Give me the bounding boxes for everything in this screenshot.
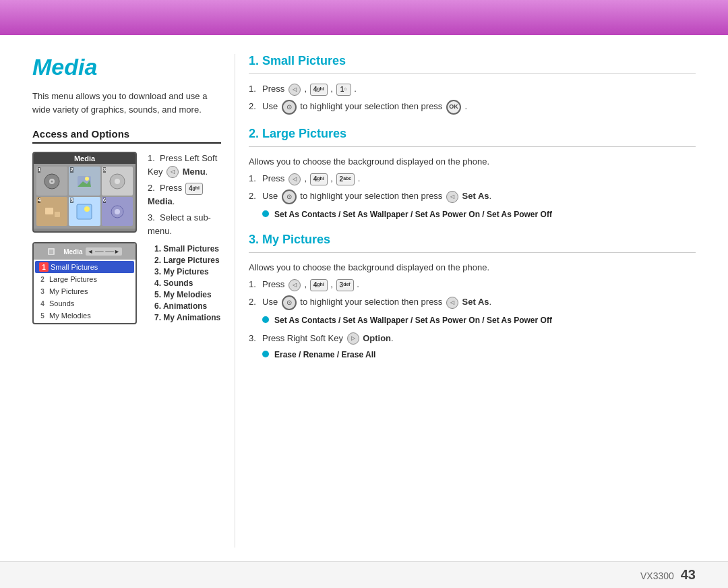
phone-screen-1: Media 1 2 3 xyxy=(32,152,137,233)
sp-nav-btn: ⊙ xyxy=(282,100,297,115)
menu-list: 1 Small Pictures 2 Large Pictures 3 My P… xyxy=(34,260,135,323)
lp-step-1: 1. Press ◁ , 4ghi , 2abc . xyxy=(249,172,696,185)
divider-2 xyxy=(249,146,696,147)
large-pictures-title: 2. Large Pictures xyxy=(249,127,696,141)
svg-rect-16 xyxy=(49,249,53,254)
svg-rect-11 xyxy=(77,204,92,219)
mp-nav-btn: ⊙ xyxy=(282,295,297,310)
step-1: 1. Press Left Soft Key ◁ Menu. xyxy=(148,152,221,178)
menu-item-5: 5 My Melodies xyxy=(34,310,135,322)
sub-item-5: 5. My Melodies xyxy=(154,290,221,299)
grid-cell-1: 1 xyxy=(36,167,67,196)
sp-step-1: 1. Press ◁ , 4ghi , 1⌂ . xyxy=(249,82,696,96)
lp-body: Allows you to choose the background disp… xyxy=(249,155,696,169)
top-bar xyxy=(0,0,728,35)
divider-1 xyxy=(249,74,696,74)
bullet-dot-3 xyxy=(262,351,269,357)
lp-key-4: 4ghi xyxy=(310,173,328,185)
grid-cell-6: 6 xyxy=(102,197,133,226)
sub-item-7: 7. My Animations xyxy=(154,313,221,322)
sp-ok-btn: OK xyxy=(446,100,461,115)
sub-item-1: 1. Small Pictures xyxy=(154,244,221,254)
sp-soft-key: ◁ xyxy=(289,84,301,96)
screen2-title: Media ◄ ── ──► xyxy=(34,243,135,260)
sub-item-3: 3. My Pictures xyxy=(154,267,221,276)
mp-key-3: 3def xyxy=(336,279,354,291)
page-number: VX3300 43 xyxy=(640,567,696,583)
mp-bullet-1: Set As Contacts / Set As Wallpaper / Set… xyxy=(262,314,696,326)
lp-bullet-1: Set As Contacts / Set As Wallpaper / Set… xyxy=(262,208,696,220)
lp-key-2: 2abc xyxy=(336,173,355,185)
phone-screen-2: Media ◄ ── ──► 1 Small Pictures 2 Large … xyxy=(32,242,137,324)
sub-menu-list: 1. Small Pictures 2. Large Pictures 3. M… xyxy=(154,244,221,322)
menu-item-4: 4 Sounds xyxy=(34,297,135,310)
key-4ghi: 4ghi xyxy=(185,183,203,195)
mp-body: Allows you to choose the background disp… xyxy=(249,261,696,274)
menu-item-1: 1 Small Pictures xyxy=(35,261,134,273)
lp-step-2: 2. Use ⊙ to highlight your selection the… xyxy=(249,189,696,204)
mp-key-4: 4ghi xyxy=(310,279,328,291)
mp-step-2: 2. Use ⊙ to highlight your selection the… xyxy=(249,295,696,310)
intro-text: This menu allows you to download and use… xyxy=(32,90,221,116)
sp-key-1: 1⌂ xyxy=(336,84,351,96)
svg-point-12 xyxy=(84,206,90,212)
lp-soft-key: ◁ xyxy=(289,173,301,185)
sub-item-6: 6. Animations xyxy=(154,301,221,311)
svg-rect-9 xyxy=(45,208,53,214)
section-my-pictures: 3. My Pictures Allows you to choose the … xyxy=(249,233,696,361)
step-3: 3. Select a sub-menu. xyxy=(148,211,221,237)
left-column: Media This menu allows you to download a… xyxy=(32,54,235,548)
grid-cell-3: 3 xyxy=(102,167,133,196)
svg-point-14 xyxy=(115,209,120,214)
section-small-pictures: 1. Small Pictures 1. Press ◁ , 4ghi , 1⌂… xyxy=(249,54,696,115)
bullet-dot xyxy=(262,210,269,217)
sub-item-4: 4. Sounds xyxy=(154,278,221,288)
mp-setas-key: ◁ xyxy=(446,297,458,309)
my-pictures-title: 3. My Pictures xyxy=(249,233,696,247)
divider-3 xyxy=(249,252,696,253)
screen1-grid: 1 2 3 4 xyxy=(34,164,135,229)
left-steps: 1. Press Left Soft Key ◁ Menu. 2. Press … xyxy=(148,152,221,324)
mp-step-1: 1. Press ◁ , 4ghi , 3def . xyxy=(249,278,696,291)
svg-rect-10 xyxy=(55,212,60,217)
small-pictures-title: 1. Small Pictures xyxy=(249,54,696,68)
section-large-pictures: 2. Large Pictures Allows you to choose t… xyxy=(249,127,696,220)
svg-point-4 xyxy=(85,177,89,181)
menu-item-2: 2 Large Pictures xyxy=(34,273,135,285)
mp-step-3: 3. Press Right Soft Key ▷ Option. xyxy=(249,332,696,345)
bullet-dot-2 xyxy=(262,316,269,323)
access-options-heading: Access and Options xyxy=(32,128,221,144)
svg-point-2 xyxy=(51,180,53,182)
svg-point-7 xyxy=(115,179,120,184)
mp-option-key: ▷ xyxy=(347,332,359,345)
screen1-title: Media xyxy=(34,153,135,164)
lp-nav-btn: ⊙ xyxy=(282,189,297,204)
page-title: Media xyxy=(32,54,221,80)
sp-step-2: 2. Use ⊙ to highlight your selection the… xyxy=(249,100,696,115)
lp-setas-key: ◁ xyxy=(446,191,458,203)
sp-key-4: 4ghi xyxy=(310,84,328,96)
step-2: 2. Press 4ghi Media. xyxy=(148,181,221,208)
right-column: 1. Small Pictures 1. Press ◁ , 4ghi , 1⌂… xyxy=(235,54,696,548)
mp-bullet-2: Erase / Rename / Erase All xyxy=(262,349,696,361)
soft-key-icon: ◁ xyxy=(166,166,179,178)
grid-cell-5: 5 xyxy=(69,197,100,226)
grid-cell-2: 2 xyxy=(69,167,100,196)
sub-item-2: 2. Large Pictures xyxy=(154,256,221,265)
menu-item-3: 3 My Pictures xyxy=(34,285,135,297)
grid-cell-4: 4 xyxy=(36,197,67,226)
footer-bar: VX3300 43 xyxy=(0,561,728,588)
mp-soft-key: ◁ xyxy=(289,279,301,291)
